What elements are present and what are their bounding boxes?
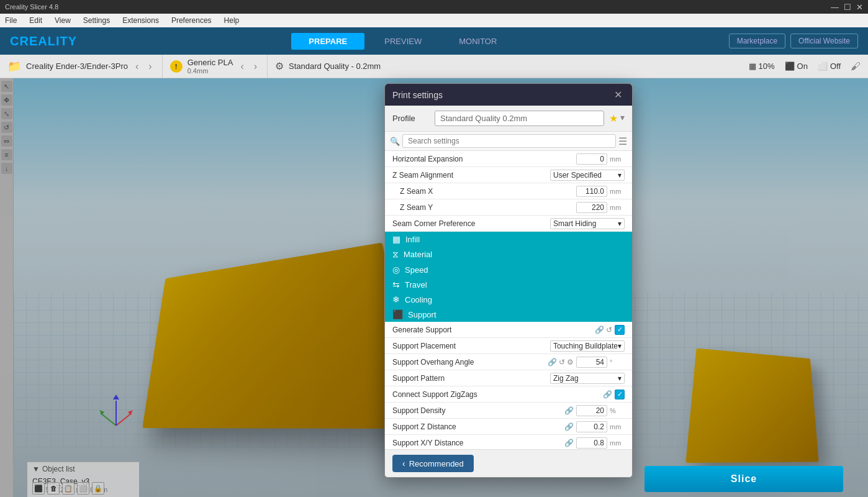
support-pattern-select[interactable]: Zig Zag ▾ — [550, 373, 625, 384]
app-title: Creality Slicer 4.8 — [5, 3, 58, 11]
setting-name-support-density: Support Density — [392, 406, 564, 415]
slice-button-container: Slice — [644, 466, 843, 492]
travel-section-label: Travel — [405, 280, 427, 290]
recommended-arrow-icon: ‹ — [402, 458, 405, 468]
z-dist-icons: 🔗 — [564, 422, 574, 431]
setting-z-seam-y: Z Seam Y 220 mm — [385, 199, 632, 216]
section-travel[interactable]: ⇆ Travel — [385, 277, 632, 292]
z-seam-select[interactable]: User Specified ▾ — [550, 170, 625, 181]
support-placement-select[interactable]: Touching Buildplate ▾ — [550, 340, 625, 352]
menu-settings[interactable]: Settings — [81, 16, 112, 25]
main-content: ↖ ✥ ⤡ ↺ ⇔ ≡ ↓ ▼ Object list CE3E3_Cas — [0, 78, 868, 497]
infill-section-icon: ▦ — [392, 234, 400, 244]
setting-value-overhang[interactable]: 54 — [576, 357, 607, 368]
menu-preferences[interactable]: Preferences — [169, 16, 214, 25]
overhang-reset-icon[interactable]: ↺ — [559, 358, 565, 367]
setting-name-seam-corner: Seam Corner Preference — [392, 219, 550, 228]
menu-extensions[interactable]: Extensions — [120, 16, 161, 25]
filament-prev-arrow[interactable]: ‹ — [238, 61, 246, 72]
support-pattern-chevron-icon: ▾ — [618, 374, 622, 383]
profile-label: Profile — [392, 114, 430, 123]
filament-next-arrow[interactable]: › — [251, 61, 260, 72]
support-pattern-value: Zig Zag — [553, 374, 579, 383]
profile-chevron-icon[interactable]: ▾ — [620, 112, 625, 124]
xy-dist-link-icon[interactable]: 🔗 — [564, 439, 574, 447]
setting-name-support-pattern: Support Pattern — [392, 374, 550, 383]
printer-next-arrow[interactable]: › — [146, 61, 154, 72]
close-button[interactable]: ✕ — [856, 2, 863, 12]
dialog-close-button[interactable]: ✕ — [612, 89, 625, 101]
adhesion-item: ⬜ Off — [818, 62, 841, 71]
setting-support-pattern: Support Pattern Zig Zag ▾ — [385, 370, 632, 386]
tab-prepare[interactable]: PREPARE — [291, 33, 364, 50]
profile-row: Profile Standard Quality 0.2mm ★ ▾ — [385, 106, 632, 132]
speed-section-icon: ◎ — [392, 265, 400, 275]
setting-unit-support-xy-dist: mm — [610, 439, 625, 447]
title-bar: Creality Slicer 4.8 — ☐ ✕ — [0, 0, 868, 14]
setting-support-density: Support Density 🔗 20 % — [385, 403, 632, 419]
filament-section: ! Generic PLA 0.4mm ‹ › — [163, 55, 268, 78]
paint-icon[interactable]: 🖌 — [851, 61, 861, 72]
maximize-button[interactable]: ☐ — [844, 2, 851, 12]
tab-preview[interactable]: PREVIEW — [367, 33, 439, 50]
cooling-section-icon: ❄ — [392, 294, 400, 304]
section-material[interactable]: ⧖ Material — [385, 247, 632, 262]
menu-view[interactable]: View — [52, 16, 73, 25]
support-value: On — [797, 62, 808, 71]
toolbar-right: ▦ 10% ⬛ On ⬜ Off 🖌 — [741, 61, 868, 72]
setting-name-support-z-dist: Support Z Distance — [392, 422, 564, 431]
connect-zigzags-checkbox[interactable]: ✓ — [615, 390, 625, 399]
settings-menu-icon[interactable]: ☰ — [618, 135, 627, 147]
settings-content[interactable]: Horizontal Expansion 0 mm Z Seam Alignme… — [385, 151, 632, 449]
section-infill[interactable]: ▦ Infill — [385, 232, 632, 247]
setting-z-seam-alignment: Z Seam Alignment User Specified ▾ — [385, 167, 632, 183]
favorite-star-icon[interactable]: ★ — [609, 112, 618, 124]
menu-help[interactable]: Help — [222, 16, 242, 25]
official-website-button[interactable]: Official Website — [790, 34, 858, 48]
recommended-button[interactable]: ‹ Recommended — [392, 455, 474, 472]
support-placement-chevron-icon: ▾ — [618, 342, 622, 350]
tab-monitor[interactable]: MONITOR — [441, 33, 514, 50]
setting-value-density[interactable]: 20 — [576, 405, 607, 416]
setting-horizontal-expansion: Horizontal Expansion 0 mm — [385, 151, 632, 167]
link-icon[interactable]: 🔗 — [595, 326, 604, 334]
xy-dist-icons: 🔗 — [564, 439, 574, 447]
search-input[interactable] — [402, 134, 616, 148]
setting-name-support-placement: Support Placement — [392, 342, 550, 350]
gen-support-checkbox[interactable]: ✓ — [615, 325, 625, 335]
dialog-overlay: Print settings ✕ Profile Standard Qualit… — [0, 78, 868, 497]
overhang-link-icon[interactable]: 🔗 — [548, 358, 557, 367]
quality-section: ⚙ Standard Quality - 0.2mm — [268, 60, 741, 72]
seam-corner-select[interactable]: Smart Hiding ▾ — [550, 218, 625, 229]
reset-icon[interactable]: ↺ — [606, 326, 612, 334]
section-speed[interactable]: ◎ Speed — [385, 262, 632, 277]
setting-name-z-seam: Z Seam Alignment — [392, 171, 550, 180]
minimize-button[interactable]: — — [831, 2, 839, 12]
profile-select[interactable]: Standard Quality 0.2mm — [435, 111, 604, 126]
section-support[interactable]: ⬛ Support — [385, 307, 632, 322]
marketplace-button[interactable]: Marketplace — [729, 34, 785, 48]
z-dist-link-icon[interactable]: 🔗 — [564, 422, 574, 431]
setting-value-z-seam-y[interactable]: 220 — [576, 202, 607, 213]
zigzag-link-icon[interactable]: 🔗 — [603, 390, 612, 399]
density-icons: 🔗 — [564, 406, 574, 415]
setting-name-overhang: Support Overhang Angle — [392, 358, 548, 367]
setting-value-support-z-dist[interactable]: 0.2 — [576, 421, 607, 432]
dialog-header: Print settings ✕ — [385, 84, 632, 106]
setting-name-support-xy-dist: Support X/Y Distance — [392, 439, 564, 447]
print-settings-dialog: Print settings ✕ Profile Standard Qualit… — [384, 83, 633, 478]
gen-support-icons: 🔗 ↺ — [595, 326, 612, 334]
setting-unit-z-seam-y: mm — [610, 204, 625, 211]
setting-value-support-xy-dist[interactable]: 0.8 — [576, 437, 607, 449]
density-link-icon[interactable]: 🔗 — [564, 406, 574, 415]
setting-value-z-seam-x[interactable]: 110.0 — [576, 186, 607, 197]
slice-button[interactable]: Slice — [644, 466, 843, 492]
printer-prev-arrow[interactable]: ‹ — [133, 61, 141, 72]
menu-file[interactable]: File — [2, 16, 19, 25]
setting-value-horizontal-expansion[interactable]: 0 — [576, 153, 607, 165]
overhang-gear-icon[interactable]: ⚙ — [567, 358, 574, 367]
filament-name: Generic PLA — [188, 58, 233, 67]
menu-edit[interactable]: Edit — [27, 16, 45, 25]
section-cooling[interactable]: ❄ Cooling — [385, 292, 632, 307]
seam-corner-value: Smart Hiding — [553, 219, 596, 228]
